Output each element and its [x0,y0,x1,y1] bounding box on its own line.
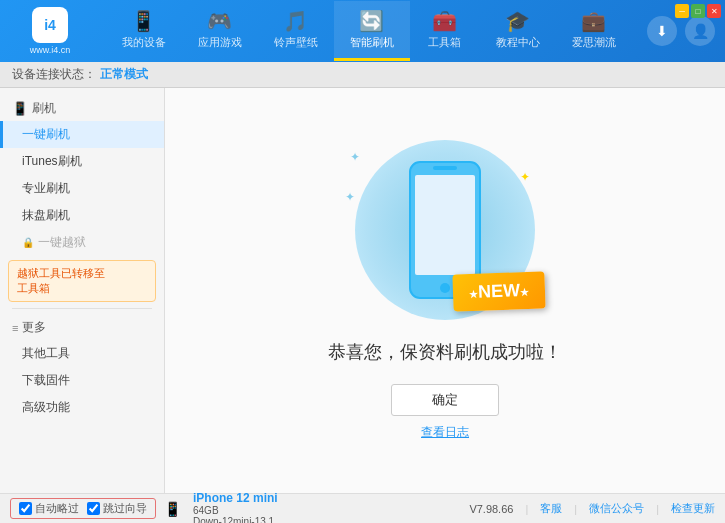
svg-point-3 [440,283,450,293]
sidebar-item-itunes-flash[interactable]: iTunes刷机 [0,148,164,175]
logo-icon: i4 [32,7,68,43]
footer: 自动略过 跳过向导 📱 iPhone 12 mini 64GB Down-12m… [0,493,725,523]
logo-url: www.i4.cn [30,45,71,55]
wechat-link[interactable]: 微信公众号 [589,501,644,516]
phone-illustration: ✦ ✦ ✦ ★NEW★ [345,140,545,320]
sidebar-item-wipe-flash[interactable]: 抹盘刷机 [0,202,164,229]
sidebar-section-flash: 📱 刷机 [0,96,164,121]
nav-tab-ai-store[interactable]: 💼 爱思潮流 [556,1,632,61]
sidebar-item-download-firmware[interactable]: 下载固件 [0,367,164,394]
svg-rect-1 [415,175,475,275]
jailbreak-notice: 越狱工具已转移至工具箱 [8,260,156,302]
nav-tab-ringtone-wallpaper[interactable]: 🎵 铃声壁纸 [258,1,334,61]
show-date-link[interactable]: 查看日志 [421,424,469,441]
auto-skip-checkbox[interactable]: 自动略过 [19,501,79,516]
phone-icon: 📱 [164,501,181,517]
new-badge: ★NEW★ [452,271,545,311]
user-button[interactable]: 👤 [685,16,715,46]
subheader: 设备连接状态： 正常模式 [0,62,725,88]
customer-service-link[interactable]: 客服 [540,501,562,516]
version-label: V7.98.66 [469,503,513,515]
header-actions: ⬇ 👤 [647,16,715,46]
checkbox-container: 自动略过 跳过向导 [10,498,156,519]
skip-wizard-checkbox[interactable]: 跳过向导 [87,501,147,516]
sparkle-2: ✦ [345,190,355,204]
tutorial-icon: 🎓 [505,9,530,33]
sidebar-item-other-tools[interactable]: 其他工具 [0,340,164,367]
nav-tab-apps-games[interactable]: 🎮 应用游戏 [182,1,258,61]
device-name: iPhone 12 mini [193,491,278,505]
skip-wizard-input[interactable] [87,502,100,515]
nav-tab-my-device[interactable]: 📱 我的设备 [106,1,182,61]
content-area: ✦ ✦ ✦ ★NEW★ 恭喜您，保资料刷机成功啦！ 确定 查看日志 [165,88,725,493]
nav-tab-toolbox[interactable]: 🧰 工具箱 [410,1,480,61]
maximize-button[interactable]: □ [691,4,705,18]
smart-store-icon: 🔄 [359,9,384,33]
nav-tab-tutorial[interactable]: 🎓 教程中心 [480,1,556,61]
status-label: 设备连接状态： [12,66,96,83]
sparkle-1: ✦ [350,150,360,164]
ai-store-icon: 💼 [581,9,606,33]
toolbox-icon: 🧰 [432,9,457,33]
sidebar-item-jailbreak: 🔒 一键越狱 [0,229,164,256]
device-info: iPhone 12 mini 64GB Down-12mini-13,1 [193,491,278,524]
minimize-button[interactable]: ─ [675,4,689,18]
footer-left: 自动略过 跳过向导 📱 iPhone 12 mini 64GB Down-12m… [10,491,278,524]
sparkle-3: ✦ [520,170,530,184]
window-controls: ─ □ ✕ [675,4,721,18]
sidebar-item-pro-flash[interactable]: 专业刷机 [0,175,164,202]
close-button[interactable]: ✕ [707,4,721,18]
check-update-link[interactable]: 检查更新 [671,501,715,516]
sidebar-separator-1 [12,308,152,309]
main-layout: 📱 刷机 一键刷机 iTunes刷机 专业刷机 抹盘刷机 🔒 一键越狱 越狱工具… [0,88,725,493]
nav-tab-smart-store[interactable]: 🔄 智能刷机 [334,1,410,61]
sidebar-item-advanced-functions[interactable]: 高级功能 [0,394,164,421]
sidebar-item-one-key-flash[interactable]: 一键刷机 [0,121,164,148]
ringtone-icon: 🎵 [283,9,308,33]
lock-icon: 🔒 [22,237,34,248]
success-text: 恭喜您，保资料刷机成功啦！ [328,340,562,364]
status-value: 正常模式 [100,66,148,83]
svg-rect-2 [433,166,457,170]
apps-games-icon: 🎮 [207,9,232,33]
device-storage: 64GB [193,505,278,516]
sidebar-section-more: ≡ 更多 [0,315,164,340]
logo: i4 www.i4.cn [10,7,90,55]
footer-right: V7.98.66 | 客服 | 微信公众号 | 检查更新 [469,501,715,516]
flash-section-icon: 📱 [12,101,28,116]
confirm-button[interactable]: 确定 [391,384,499,416]
device-version: Down-12mini-13,1 [193,516,278,524]
auto-skip-input[interactable] [19,502,32,515]
nav-tabs: 📱 我的设备 🎮 应用游戏 🎵 铃声壁纸 🔄 智能刷机 🧰 工具箱 🎓 [90,1,647,61]
device-info-area: 📱 iPhone 12 mini 64GB Down-12mini-13,1 [164,491,278,524]
download-button[interactable]: ⬇ [647,16,677,46]
my-device-icon: 📱 [131,9,156,33]
header: i4 www.i4.cn 📱 我的设备 🎮 应用游戏 🎵 铃声壁纸 🔄 智能刷机 [0,0,725,62]
sidebar: 📱 刷机 一键刷机 iTunes刷机 专业刷机 抹盘刷机 🔒 一键越狱 越狱工具… [0,88,165,493]
